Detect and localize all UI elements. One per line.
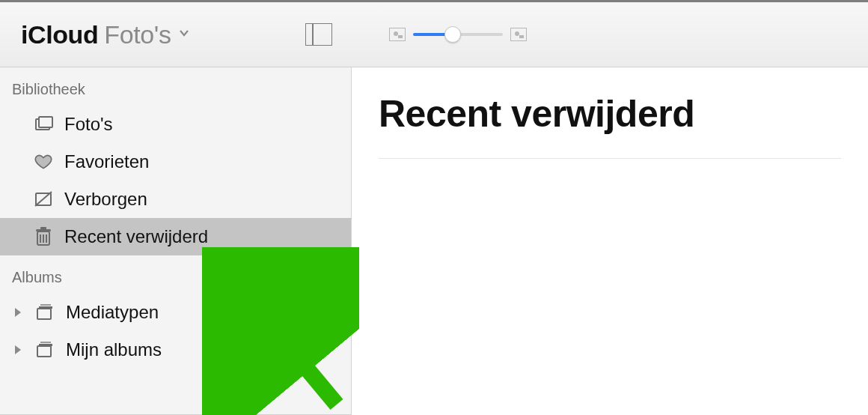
sidebar-item-label: Mediatypen <box>66 302 159 323</box>
disclosure-triangle-icon[interactable] <box>12 345 24 355</box>
sidebar-item-label: Recent verwijderd <box>64 226 208 247</box>
svg-rect-1 <box>39 117 52 127</box>
app-title-dropdown[interactable]: iCloud Foto's <box>21 20 190 49</box>
heart-icon <box>33 151 54 172</box>
app-title-word2: Foto's <box>104 20 171 49</box>
sidebar-item-verborgen[interactable]: Verborgen <box>0 181 351 218</box>
sidebar-item-fotos[interactable]: Foto's <box>0 106 351 143</box>
stack-icon <box>34 302 55 323</box>
app-title-word1: iCloud <box>21 20 98 49</box>
slider-track[interactable] <box>413 33 503 36</box>
thumbnail-large-icon <box>510 28 527 41</box>
sidebar-item-mediatypen[interactable]: Mediatypen <box>0 294 351 331</box>
stack-icon <box>34 339 55 360</box>
page-title: Recent verwijderd <box>379 92 841 136</box>
svg-rect-14 <box>39 344 52 346</box>
sidebar-item-mijn-albums[interactable]: Mijn albums <box>0 331 351 369</box>
svg-rect-6 <box>40 227 46 229</box>
trash-icon <box>33 226 54 247</box>
sidebar-item-label: Favorieten <box>64 151 149 172</box>
svg-rect-13 <box>37 346 51 357</box>
thumbnail-small-icon <box>389 28 406 41</box>
toolbar: iCloud Foto's <box>0 0 868 67</box>
content-divider <box>379 158 841 159</box>
chevron-down-icon <box>178 27 190 42</box>
svg-rect-5 <box>36 229 51 231</box>
hidden-icon <box>33 189 54 210</box>
section-label-albums: Albums <box>0 255 351 294</box>
sidebar-item-label: Verborgen <box>64 189 147 210</box>
disclosure-triangle-icon[interactable] <box>12 307 24 318</box>
sidebar-item-recent-verwijderd[interactable]: Recent verwijderd <box>0 218 351 255</box>
svg-rect-15 <box>40 342 51 343</box>
svg-rect-12 <box>40 304 51 306</box>
svg-rect-10 <box>37 309 51 319</box>
svg-rect-11 <box>39 306 52 309</box>
sidebar-item-label: Foto's <box>64 114 113 135</box>
content-area: Recent verwijderd <box>352 67 868 415</box>
section-label-bibliotheek: Bibliotheek <box>0 67 351 106</box>
sidebar-toggle-button[interactable] <box>305 23 332 46</box>
sidebar: Bibliotheek Foto's Favorieten <box>0 67 352 415</box>
sidebar-item-favorieten[interactable]: Favorieten <box>0 143 351 181</box>
thumbnail-size-slider <box>389 28 527 41</box>
sidebar-item-label: Mijn albums <box>66 339 162 360</box>
photos-icon <box>33 114 54 135</box>
